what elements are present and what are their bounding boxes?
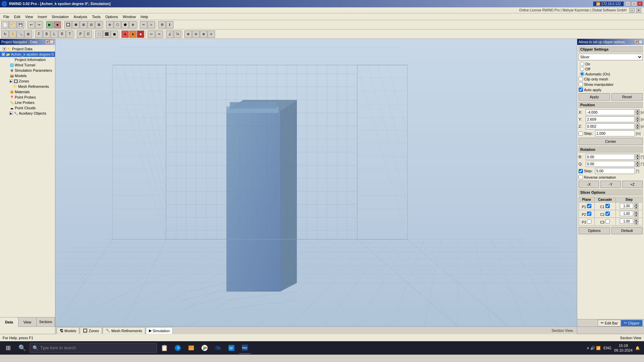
taskbar-icon-1[interactable]: 📋 bbox=[158, 342, 170, 354]
p1-checkbox[interactable] bbox=[587, 204, 591, 208]
tb-run[interactable]: ▶ bbox=[46, 21, 53, 28]
tb2-front[interactable]: F bbox=[35, 31, 43, 38]
tb-view5[interactable]: ⊠ bbox=[95, 21, 103, 28]
tb2-extra1[interactable]: ⊕ bbox=[184, 31, 192, 38]
tb-model[interactable]: ⬡ bbox=[114, 21, 121, 28]
tree-line-probes[interactable]: 📏 Line Probes bbox=[0, 100, 55, 105]
radio-auto[interactable] bbox=[580, 72, 584, 76]
tb2-fit[interactable]: ⊞ bbox=[24, 31, 32, 38]
taskbar-icon-edge[interactable] bbox=[172, 342, 184, 354]
tree-project-info[interactable]: 📄 Project Information bbox=[0, 57, 55, 62]
taskbar-icon-files[interactable] bbox=[185, 342, 197, 354]
tb2-angle[interactable]: ∠ bbox=[166, 31, 173, 38]
zones-expand[interactable]: ▶ bbox=[9, 79, 13, 83]
reverse-checkbox[interactable] bbox=[579, 175, 583, 179]
search-bar[interactable]: 🔍 Type here to search bbox=[30, 343, 157, 353]
c2-checkbox[interactable] bbox=[605, 212, 610, 216]
tb-clip1[interactable]: ✂ bbox=[140, 21, 147, 28]
view-tab-mesh[interactable]: 🔧Mesh Refinements bbox=[103, 327, 145, 334]
tb2-top[interactable]: T bbox=[66, 31, 73, 38]
minimize-button[interactable]: ─ bbox=[625, 1, 631, 6]
taskbar-icon-chrome[interactable] bbox=[199, 342, 211, 354]
search-taskbar-icon[interactable]: 🔍 bbox=[16, 342, 28, 354]
tb2-extra3[interactable]: ⊗ bbox=[200, 31, 207, 38]
taskbar-app-1[interactable]: W bbox=[225, 342, 237, 354]
menu-view[interactable]: View bbox=[23, 14, 35, 19]
p1-step-down[interactable]: ▼ bbox=[634, 206, 638, 209]
tb-view2[interactable]: 🔳 bbox=[72, 21, 79, 28]
p2-step-input[interactable] bbox=[620, 211, 633, 216]
tree-point-clouds[interactable]: ☁ Point Clouds bbox=[0, 105, 55, 111]
tb2-ortho[interactable]: O bbox=[85, 31, 92, 38]
root-expand[interactable]: ▼ bbox=[3, 47, 6, 51]
tb-clip2[interactable]: ⌗ bbox=[148, 21, 155, 28]
tb2-extra4[interactable]: ≡ bbox=[208, 31, 215, 38]
q-input[interactable] bbox=[586, 161, 635, 167]
b-input[interactable] bbox=[586, 154, 635, 160]
tb-undo[interactable]: ↩ bbox=[28, 21, 35, 28]
slicer-default-button[interactable]: Default bbox=[611, 227, 643, 234]
p3-checkbox[interactable] bbox=[587, 219, 591, 224]
clipper-pin[interactable]: 📌 bbox=[634, 40, 638, 44]
menu-help[interactable]: Help bbox=[139, 14, 150, 19]
tb2-wire[interactable]: ⬚ bbox=[95, 31, 103, 38]
tb-settings[interactable]: ⚙ bbox=[158, 21, 166, 28]
clip-mesh-checkbox[interactable] bbox=[579, 77, 583, 81]
tb-view1[interactable]: 🔲 bbox=[64, 21, 72, 28]
license-close[interactable]: ✕ bbox=[636, 8, 641, 13]
tb-new[interactable]: 📄 bbox=[1, 21, 9, 28]
tree-aux-objects[interactable]: ▶ 🔧 Auxiliary Objects bbox=[0, 111, 55, 116]
view-tab-simulation[interactable]: ▶Simulation bbox=[146, 327, 173, 334]
license-minimize[interactable]: ─ bbox=[629, 8, 635, 13]
z-axis-button[interactable]: +Z bbox=[622, 181, 643, 188]
tb2-rotate[interactable]: ↻ bbox=[1, 31, 9, 38]
nav-tab-data[interactable]: Data bbox=[0, 317, 18, 327]
apply-button[interactable]: Apply bbox=[579, 93, 610, 101]
menu-analysis[interactable]: Analysis bbox=[71, 14, 89, 19]
show-manip-checkbox[interactable] bbox=[579, 82, 583, 86]
tb2-extra2[interactable]: ⊖ bbox=[192, 31, 200, 38]
z-input[interactable] bbox=[586, 123, 635, 129]
x-down[interactable]: ▼ bbox=[636, 112, 640, 115]
radio-off[interactable] bbox=[580, 67, 584, 71]
start-button[interactable]: ⊞ bbox=[1, 341, 15, 355]
rot-step-checkbox[interactable] bbox=[579, 169, 583, 173]
view-tab-models[interactable]: 🏗Models bbox=[57, 327, 79, 334]
project-expand[interactable]: ▼ bbox=[2, 53, 5, 56]
tb2-wind[interactable]: 🌬 bbox=[174, 31, 181, 38]
clipper-tab[interactable]: ✂ Clipper bbox=[621, 320, 643, 326]
menu-simulation[interactable]: Simulation bbox=[50, 14, 71, 19]
p2-step-up[interactable]: ▲ bbox=[634, 211, 638, 214]
tb-probe[interactable]: ⊕ bbox=[129, 21, 137, 28]
clipper-close[interactable]: ✕ bbox=[639, 40, 643, 44]
x-input[interactable] bbox=[586, 109, 635, 115]
menu-window[interactable]: Window bbox=[121, 14, 138, 19]
z-up[interactable]: ▲ bbox=[636, 123, 640, 126]
view-tab-zones[interactable]: 🔲Zones bbox=[80, 327, 102, 334]
edit-bar-tab[interactable]: ✏ Edit Bar bbox=[598, 320, 621, 326]
nav-close[interactable]: ✕ bbox=[50, 40, 54, 44]
menu-options[interactable]: Options bbox=[103, 14, 120, 19]
nav-tab-sections[interactable]: Sections bbox=[37, 317, 55, 327]
tb2-color2[interactable]: ● bbox=[129, 31, 137, 38]
p1-step-input[interactable] bbox=[620, 203, 633, 208]
b-up[interactable]: ▲ bbox=[636, 154, 640, 157]
aux-expand[interactable]: ▶ bbox=[9, 112, 13, 115]
q-down[interactable]: ▼ bbox=[636, 164, 640, 167]
nav-tab-view[interactable]: View bbox=[18, 317, 37, 327]
rot-step-input[interactable] bbox=[595, 168, 635, 174]
tb-info[interactable]: ℹ bbox=[166, 21, 173, 28]
tb-save[interactable]: 💾 bbox=[17, 21, 24, 28]
tree-root[interactable]: ▼ 📁 Project Data bbox=[0, 46, 55, 52]
tb2-arrow2[interactable]: ⇒ bbox=[155, 31, 163, 38]
y-input[interactable] bbox=[586, 116, 635, 122]
p3-step-input[interactable] bbox=[620, 219, 633, 224]
tb-redo[interactable]: ↪ bbox=[35, 21, 43, 28]
tb-zones[interactable]: ⬢ bbox=[121, 21, 129, 28]
tb2-rec[interactable]: ■ bbox=[137, 31, 144, 38]
c1-checkbox[interactable] bbox=[605, 204, 610, 208]
tb2-zoom[interactable]: 🔍 bbox=[17, 31, 24, 38]
tb2-arrow1[interactable]: ⇦ bbox=[148, 31, 155, 38]
y-axis-button[interactable]: -Y bbox=[600, 181, 621, 188]
radio-on[interactable] bbox=[580, 62, 584, 66]
